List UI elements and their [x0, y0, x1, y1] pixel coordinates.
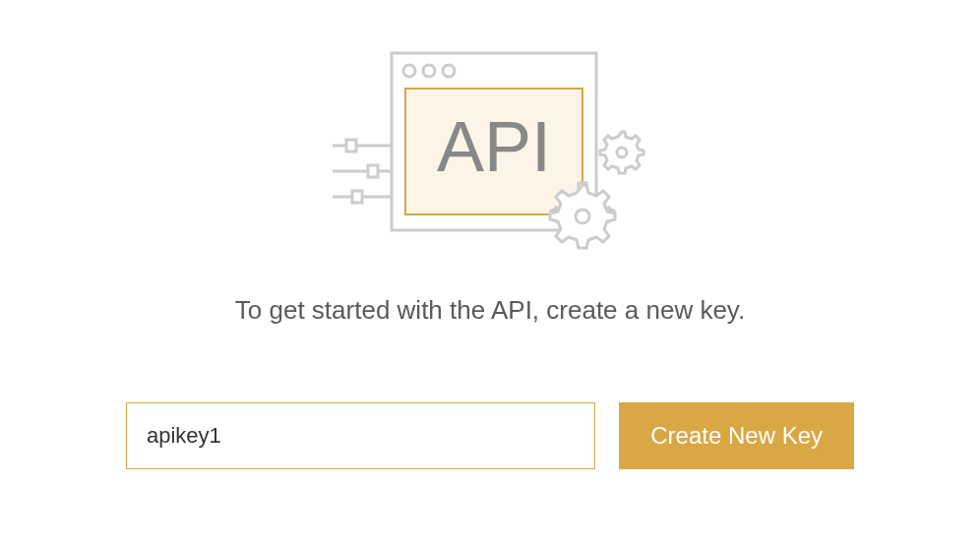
api-window-gears-icon: API	[303, 39, 677, 256]
create-new-key-button[interactable]: Create New Key	[619, 402, 854, 469]
svg-rect-3	[368, 165, 378, 177]
svg-point-7	[403, 65, 415, 77]
svg-point-9	[443, 65, 455, 77]
svg-rect-5	[352, 191, 362, 203]
svg-rect-1	[346, 140, 356, 152]
svg-point-22	[576, 210, 589, 223]
svg-point-8	[423, 65, 435, 77]
instruction-text: To get started with the API, create a ne…	[235, 295, 745, 326]
svg-point-23	[617, 148, 627, 157]
create-key-form: Create New Key	[126, 402, 854, 469]
api-illustration: API	[303, 39, 677, 256]
api-key-name-input[interactable]	[126, 402, 595, 469]
svg-text:API: API	[437, 107, 551, 186]
